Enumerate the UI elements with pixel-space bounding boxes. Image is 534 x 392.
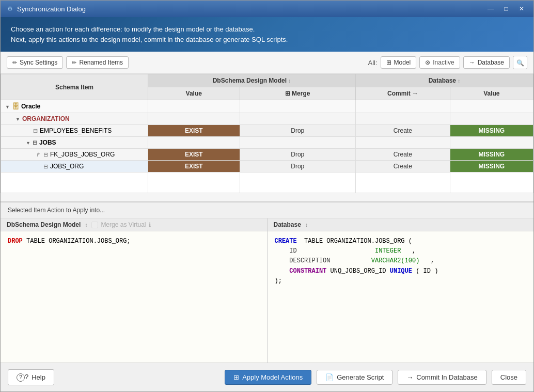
constraint-keyword: CONSTRAINT (289, 268, 326, 275)
model-filter-button[interactable]: Model (381, 56, 417, 69)
empty-schema (1, 173, 148, 193)
pencil2-icon (72, 59, 76, 66)
merge-org (240, 113, 356, 125)
table-row[interactable]: ORGANIZATION (1, 113, 533, 125)
renamed-items-button[interactable]: Renamed Items (66, 56, 129, 69)
schema-cell-org: ORGANIZATION (1, 113, 148, 125)
bottom-panel-title: Selected Item Action to Apply into... (1, 202, 533, 218)
merge-oracle (240, 100, 356, 113)
merge-virtual-info-icon: ℹ (149, 222, 151, 228)
table-row[interactable]: ⊟ JOBS (1, 137, 533, 149)
fk-arrow-icon: ↱ (36, 152, 40, 158)
model-section-header: DbSchema Design Model ↕ Merge as Virtual… (1, 218, 267, 231)
table-row[interactable]: ⊟ EMPLOYEES_BENEFITS EXIST Drop Create M… (1, 125, 533, 137)
merge-fk[interactable]: Drop (240, 149, 356, 161)
bottom-panel: Selected Item Action to Apply into... Db… (1, 202, 533, 363)
commit-org (356, 113, 450, 125)
table-row[interactable]: 🗄 Oracle (1, 100, 533, 113)
col-dbschema-group-header: DbSchema Design Model ↕ (148, 74, 356, 87)
schema-cell-fk: ↱ ⊟ FK_JOBS_JOBS_ORG (1, 149, 148, 161)
commit-in-database-button[interactable]: → Commit In Database (398, 370, 486, 385)
apply-model-actions-button[interactable]: ⊞ Apply Model Actions (225, 370, 311, 385)
help-label: Help (32, 373, 45, 381)
bottom-panel-content: DbSchema Design Model ↕ Merge as Virtual… (1, 218, 533, 363)
inactive-filter-label: Inactive (433, 59, 454, 66)
title-bar: ⚙ Synchronization Dialog — □ ✕ (1, 1, 533, 17)
main-content: Schema Item DbSchema Design Model ↕ Data… (1, 74, 533, 363)
sync-dialog-window: ⚙ Synchronization Dialog — □ ✕ Choose an… (0, 0, 534, 392)
sync-table: Schema Item DbSchema Design Model ↕ Data… (1, 74, 533, 193)
value-db-jobs-org: MISSING (450, 161, 533, 173)
generate-icon: 📄 (325, 373, 334, 381)
value-model-org (148, 113, 240, 125)
commit-jobs-org[interactable]: Create (356, 161, 450, 173)
header-line1: Choose an action for each difference: to… (11, 24, 523, 35)
help-button[interactable]: ? Help (8, 369, 54, 385)
col-id-type: INTEGER (375, 247, 401, 255)
col-commit-header: Commit → (356, 87, 450, 100)
table-icon-jobs: ⊟ (33, 139, 37, 146)
merge-icon: ⊞ (285, 90, 290, 97)
drop-statement: TABLE ORGANIZATION.JOBS_ORG; (23, 238, 131, 245)
inactive-filter-button[interactable]: Inactive (419, 56, 460, 69)
generate-label: Generate Script (337, 373, 384, 381)
commit-fk[interactable]: Create (356, 149, 450, 161)
generate-script-button[interactable]: 📄 Generate Script (317, 370, 392, 385)
col-schema-header: Schema Item (1, 74, 148, 100)
drop-keyword: DROP (8, 238, 23, 245)
search-button[interactable] (513, 56, 527, 69)
model-code-area: DROP TABLE ORGANIZATION.JOBS_ORG; (1, 231, 267, 363)
value-db-oracle (450, 100, 533, 113)
commit-oracle (356, 100, 450, 113)
expand-icon (5, 103, 10, 110)
sync-table-container[interactable]: Schema Item DbSchema Design Model ↕ Data… (1, 74, 533, 202)
database-section-title: Database (274, 221, 301, 228)
database-panel-section: Database ↕ CREATE TABLE ORGANIZATION.JOB… (268, 218, 534, 363)
emp-label: EMPLOYEES_BENEFITS (40, 127, 112, 134)
schema-cell-jobs-org: ⊟ JOBS_ORG (1, 161, 148, 173)
col-desc-type: VARCHAR2(100) (371, 257, 420, 264)
minimize-button[interactable]: — (484, 4, 497, 14)
database-filter-label: Database (478, 59, 504, 66)
col-desc: DESCRIPTION (289, 257, 330, 264)
col-value-model-header: Value (148, 87, 240, 100)
table-icon-jobs-org: ⊟ (43, 163, 48, 170)
toolbar: Sync Settings Renamed Items All: Model I… (1, 52, 533, 74)
value-model-jobs-org: EXIST (148, 161, 240, 173)
window-controls: — □ ✕ (484, 4, 528, 14)
table-row[interactable]: ⊟ JOBS_ORG EXIST Drop Create MISSING (1, 161, 533, 173)
value-db-fk: MISSING (450, 149, 533, 161)
merge-virtual-checkbox[interactable] (91, 222, 98, 228)
commit-emp[interactable]: Create (356, 125, 450, 137)
close-button[interactable]: ✕ (515, 4, 528, 14)
header-line2: Next, apply this actions to the design m… (11, 35, 523, 45)
merge-virtual-container: Merge as Virtual ℹ (91, 221, 150, 228)
commit-jobs (356, 137, 450, 149)
value-db-jobs (450, 137, 533, 149)
table-row[interactable]: ↱ ⊟ FK_JOBS_JOBS_ORG EXIST Drop Create M… (1, 149, 533, 161)
table-icon-emp: ⊟ (33, 128, 38, 134)
merge-jobs-org[interactable]: Drop (240, 161, 356, 173)
all-label: All: (368, 59, 378, 67)
database-section-header: Database ↕ (268, 218, 534, 231)
merge-virtual-label: Merge as Virtual (101, 221, 146, 228)
merge-label: Merge (292, 90, 310, 97)
merge-emp[interactable]: Drop (240, 125, 356, 137)
maximize-button[interactable]: □ (499, 4, 513, 14)
sync-settings-button[interactable]: Sync Settings (7, 56, 63, 69)
expand-icon (26, 139, 30, 146)
close-button-footer[interactable]: Close (492, 370, 526, 385)
value-model-jobs (148, 137, 240, 149)
apply-label: Apply Model Actions (242, 373, 303, 381)
model-filter-label: Model (394, 59, 411, 66)
value-model-emp: EXIST (148, 125, 240, 137)
app-icon: ⚙ (6, 5, 14, 13)
footer: ? Help ⊞ Apply Model Actions 📄 Generate … (1, 363, 533, 391)
model-panel-section: DbSchema Design Model ↕ Merge as Virtual… (1, 218, 268, 363)
schema-cell-jobs: ⊟ JOBS (1, 137, 148, 149)
database-filter-button[interactable]: Database (463, 56, 510, 69)
col-database-group-header: Database ↕ (356, 74, 533, 87)
jobs-org-label: JOBS_ORG (50, 163, 84, 170)
model-section-title: DbSchema Design Model (7, 221, 81, 228)
col-id: ID (289, 247, 296, 255)
